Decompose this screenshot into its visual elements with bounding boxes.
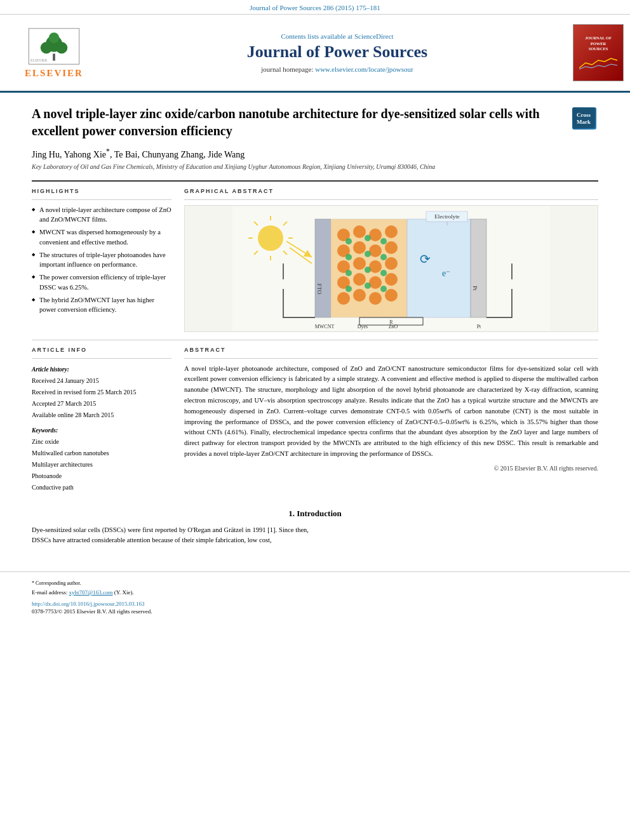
svg-point-31 [385,241,398,254]
elsevier-text: ELSEVIER [25,68,83,79]
introduction-title: 1. Introduction [32,509,598,519]
svg-point-43 [385,289,398,302]
keywords-list: Zinc oxide Multiwalled carbon nanotubes … [32,436,171,493]
journal-reference: Journal of Power Sources 286 (2015) 175–… [0,0,630,15]
article-history: Article history: Received 24 January 201… [32,366,171,493]
abstract-header: ABSTRACT [184,347,598,353]
authors-line: Jing Hu, Yahong Xie*, Te Bai, Chunyang Z… [32,147,598,160]
svg-text:Dyes: Dyes [358,324,368,330]
highlights-list: A novel triple-layer architecture compos… [32,205,171,316]
highlight-item-5: The hybrid ZnO/MWCNT layer has higher po… [32,295,171,316]
introduction-area: 1. Introduction Dye-sensitized solar cel… [32,509,598,547]
svg-text:MWCNT: MWCNT [315,324,335,330]
author-xie: Yahong Xie*, [64,150,114,159]
elsevier-logo: ELSEVIER ELSEVIER [25,27,83,79]
svg-point-38 [369,276,382,289]
svg-rect-21 [315,219,331,317]
graphical-abstract-image: FTO [184,205,598,332]
introduction-columns: Dye-sensitized solar cells (DSSCs) were … [32,525,598,547]
highlight-item-1: A novel triple-layer architecture compos… [32,205,171,225]
date-accepted: Accepted 27 March 2015 [32,398,171,410]
journal-title-area: Contents lists available at ScienceDirec… [108,21,566,84]
svg-point-45 [365,235,371,241]
journal-cover-area: JOURNAL OFPOWERSOURCES [566,21,630,84]
author-hu: Jing Hu, [32,150,64,159]
crossmark-badge[interactable]: Cross Mark [570,105,598,131]
elsevier-logo-area: ELSEVIER ELSEVIER [0,21,108,84]
doi-link[interactable]: http://dx.doi.org/10.1016/j.jpowsour.201… [32,601,145,607]
keyword-5: Conductive path [32,482,171,493]
email-label: E-mail address: [32,589,67,596]
highlights-column: HIGHLIGHTS A novel triple-layer architec… [32,188,171,332]
abstract-divider [184,358,598,359]
cover-title: JOURNAL OFPOWERSOURCES [584,34,613,53]
svg-text:e⁻: e⁻ [442,269,450,278]
article-title: A novel triple-layer zinc oxide/carbon n… [32,105,560,140]
journal-cover-image: JOURNAL OFPOWERSOURCES [573,24,624,81]
svg-point-51 [365,267,371,273]
svg-point-50 [345,270,352,276]
keywords-label: Keywords: [32,427,171,434]
svg-rect-8 [573,108,595,128]
keyword-3: Multilayer architectures [32,459,171,470]
history-label: Article history: [32,366,171,373]
svg-point-39 [385,273,398,286]
svg-point-37 [353,273,366,286]
svg-text:FTO: FTO [316,284,323,295]
corresponding-note: * Corresponding author. [32,580,81,586]
email-link[interactable]: xyht707@163.com [69,589,112,596]
svg-point-52 [380,270,387,276]
affiliation: Key Laboratory of Oil and Gas Fine Chemi… [32,163,598,171]
author-wang: Jide Wang [208,150,245,159]
svg-point-44 [345,238,352,244]
crossmark-svg: Cross Mark [573,108,595,128]
graphical-abstract-column: GRAPHICAL ABSTRACT [184,188,598,332]
svg-rect-1 [53,53,55,60]
highlight-item-4: The power conversion efficiency of tripl… [32,272,171,293]
keyword-1: Zinc oxide [32,436,171,448]
copyright-line: © 2015 Elsevier B.V. All rights reserved… [184,465,598,472]
intro-text-left: Dye-sensitized solar cells (DSSCs) were … [32,525,309,547]
cover-chart-icon [576,55,620,71]
svg-point-35 [385,257,398,270]
article-container: A novel triple-layer zinc oxide/carbon n… [0,93,630,559]
svg-point-42 [369,292,382,305]
footer-doi[interactable]: http://dx.doi.org/10.1016/j.jpowsour.201… [32,601,598,607]
svg-point-4 [56,42,67,53]
graphical-abstract-divider [184,199,598,200]
svg-point-41 [353,289,366,302]
middle-divider [32,340,598,340]
corresponding-asterisk: * [106,147,110,156]
svg-text:Pt: Pt [477,324,481,330]
svg-point-5 [49,32,60,43]
svg-point-33 [353,257,366,270]
keyword-4: Photoanode [32,470,171,482]
svg-point-12 [258,225,283,251]
svg-point-46 [380,238,387,244]
svg-point-54 [365,283,371,289]
article-info-header: ARTICLE INFO [32,347,171,353]
svg-point-27 [385,225,398,238]
journal-homepage-link[interactable]: www.elsevier.com/locate/jpowsour [315,65,413,73]
svg-point-49 [380,254,387,260]
sciencedirect-link[interactable]: Contents lists available at ScienceDirec… [281,32,393,40]
svg-point-47 [345,254,352,260]
highlight-item-3: The structures of triple-layer photoanod… [32,250,171,270]
footer-area: * Corresponding author. E-mail address: … [0,571,630,621]
highlights-abstract-row: HIGHLIGHTS A novel triple-layer architec… [32,188,598,332]
keyword-2: Multiwalled carbon nanotubes [32,448,171,459]
svg-point-55 [380,286,387,292]
graphical-abstract-header: GRAPHICAL ABSTRACT [184,188,598,194]
date-received: Received 24 January 2015 [32,375,171,387]
svg-point-40 [337,292,350,305]
article-dates: Received 24 January 2015 Received in rev… [32,375,171,421]
author-zhang: Chunyang Zhang, [142,150,208,159]
intro-col-right [321,525,598,547]
svg-text:ELSEVIER: ELSEVIER [30,58,47,62]
journal-ref-text: Journal of Power Sources 286 (2015) 175–… [250,4,380,11]
svg-text:⟳: ⟳ [420,252,431,266]
svg-point-26 [369,229,382,241]
article-info-column: ARTICLE INFO Article history: Received 2… [32,347,171,493]
svg-point-3 [41,42,52,53]
highlights-divider [32,199,171,200]
